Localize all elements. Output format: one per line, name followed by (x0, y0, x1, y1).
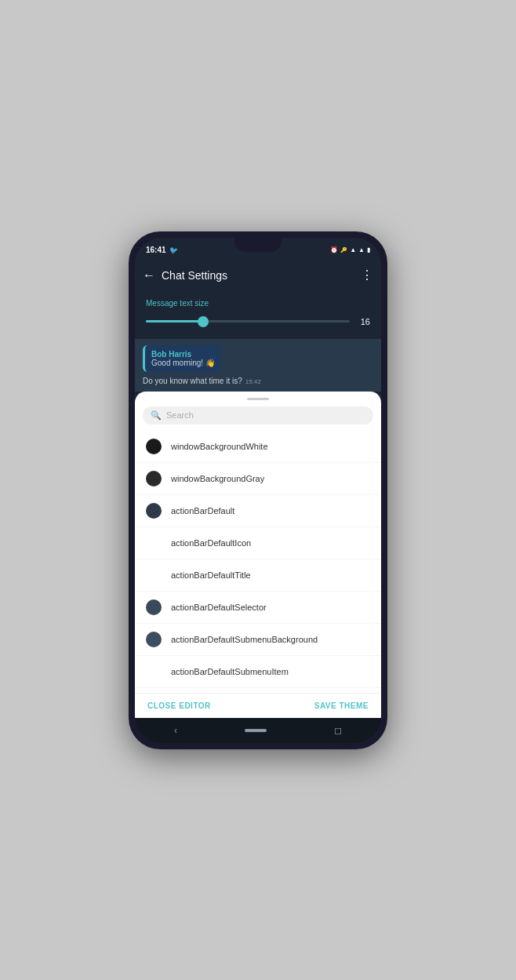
color-dot-empty (146, 664, 162, 679)
list-item[interactable]: windowBackgroundWhite (135, 431, 381, 463)
phone-screen: 16:41 🐦 ⏰ 🔑 ▲ ▲ ▮ ← Chat Settings ⋮ Mess… (135, 238, 381, 743)
twitter-icon: 🐦 (169, 246, 178, 254)
chat-preview: Bob Harris Good morning! 👋 Do you know w… (135, 339, 381, 392)
slider-track (146, 320, 350, 322)
color-dot (146, 632, 162, 647)
alarm-icon: ⏰ (330, 246, 338, 253)
app-bar: ← Chat Settings ⋮ (135, 260, 381, 291)
clock-time: 16:41 (146, 246, 166, 254)
bubble-sender: Bob Harris (151, 350, 215, 359)
list-item[interactable]: actionBarDefault (135, 495, 381, 527)
slider-row: 16 (146, 314, 370, 330)
theme-item-name: actionBarDefaultSelector (171, 603, 267, 612)
search-bar[interactable]: 🔍 Search (143, 406, 373, 424)
list-item[interactable]: actionBarDefaultTitle (135, 559, 381, 592)
color-dot (146, 471, 162, 486)
theme-item-name: windowBackgroundGray (171, 474, 264, 483)
home-indicator[interactable] (245, 729, 267, 732)
nav-bar: ‹ ◻ (135, 718, 381, 743)
save-theme-button[interactable]: SAVE THEME (314, 701, 369, 710)
bubble-text: Good morning! 👋 (151, 359, 215, 367)
color-dot (146, 599, 162, 615)
section-label: Message text size (146, 299, 370, 308)
theme-item-name: actionBarDefaultSubmenuItem (171, 667, 289, 676)
phone-frame: 16:41 🐦 ⏰ 🔑 ▲ ▲ ▮ ← Chat Settings ⋮ Mess… (129, 231, 387, 749)
bottom-sheet: 🔍 Search windowBackgroundWhite windowBac… (135, 392, 381, 718)
color-dot-empty (146, 567, 162, 583)
slider-fill (146, 320, 203, 322)
back-button[interactable]: ← (143, 268, 155, 282)
close-editor-button[interactable]: CLOSE EDITOR (147, 701, 211, 710)
signal-icon: ▲ (358, 246, 365, 253)
color-dot-empty (146, 535, 162, 551)
sheet-actions: CLOSE EDITOR SAVE THEME (135, 693, 381, 718)
recents-nav-button[interactable]: ◻ (334, 725, 342, 736)
notch (234, 238, 282, 252)
key-icon: 🔑 (340, 247, 347, 253)
text-size-slider[interactable] (146, 314, 350, 330)
back-nav-button[interactable]: ‹ (174, 725, 177, 736)
status-time-group: 16:41 🐦 (146, 246, 178, 254)
chat-message-row: Do you know what time it is? 15:42 (143, 377, 373, 385)
settings-section: Message text size 16 (135, 291, 381, 339)
slider-thumb[interactable] (198, 316, 209, 327)
chat-bubble: Bob Harris Good morning! 👋 (143, 345, 221, 372)
theme-item-name: actionBarDefaultIcon (171, 538, 251, 548)
page-title: Chat Settings (162, 269, 354, 282)
theme-item-name: windowBackgroundWhite (171, 442, 268, 451)
status-icons: ⏰ 🔑 ▲ ▲ ▮ (330, 246, 370, 253)
search-input[interactable]: Search (166, 410, 194, 420)
list-item[interactable]: actionBarDefaultSubmenuItem (135, 656, 381, 688)
color-dot (146, 439, 162, 454)
slider-value: 16 (356, 317, 370, 326)
list-item[interactable]: windowBackgroundGray (135, 463, 381, 495)
search-icon: 🔍 (151, 410, 162, 421)
color-dot (146, 503, 162, 519)
more-options-button[interactable]: ⋮ (361, 268, 373, 282)
list-item[interactable]: actionBarDefaultSubmenuBackground (135, 624, 381, 656)
battery-icon: ▮ (367, 246, 370, 253)
theme-item-name: actionBarDefaultSubmenuBackground (171, 635, 318, 644)
chat-time: 15:42 (245, 378, 261, 385)
wifi-icon: ▲ (350, 246, 356, 253)
list-item[interactable]: actionBarDefaultSelector (135, 592, 381, 624)
theme-item-name: actionBarDefaultTitle (171, 570, 251, 580)
sheet-handle (135, 392, 381, 403)
chat-message: Do you know what time it is? (143, 377, 242, 385)
theme-list: windowBackgroundWhite windowBackgroundGr… (135, 431, 381, 693)
handle-bar (247, 398, 269, 400)
theme-item-name: actionBarDefault (171, 506, 234, 516)
list-item[interactable]: actionBarDefaultIcon (135, 527, 381, 559)
